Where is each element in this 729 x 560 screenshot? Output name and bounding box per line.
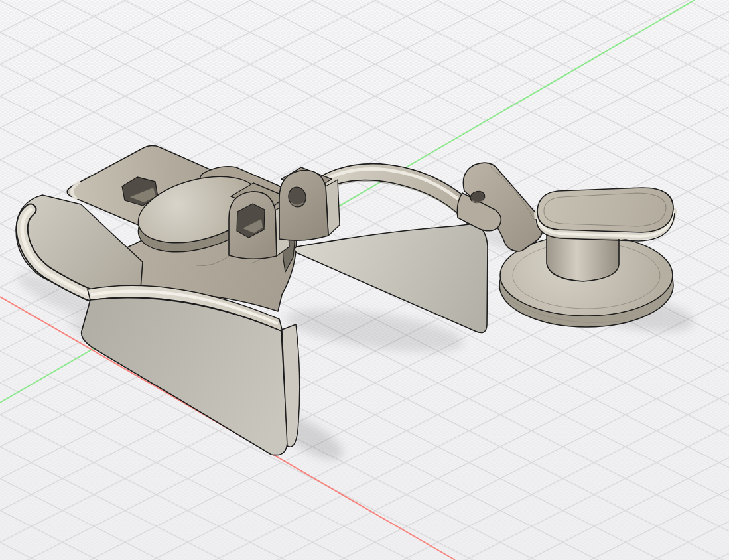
cad-viewport-canvas[interactable] [0, 0, 729, 560]
round-lug-face [279, 171, 328, 241]
pill-cap[interactable] [536, 188, 675, 241]
model-scene [0, 0, 729, 560]
